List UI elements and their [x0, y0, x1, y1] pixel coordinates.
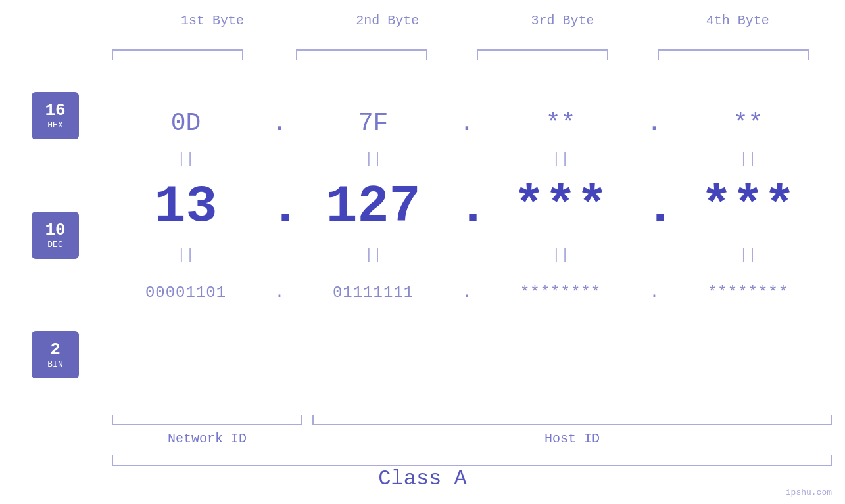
dec-val3: *** [477, 181, 644, 233]
hex-name: HEX [47, 120, 62, 130]
dec-val1: 13 [102, 181, 270, 233]
bracket-host-bottom [312, 415, 832, 425]
hex-num: 16 [45, 101, 65, 120]
hex-dot3: . [644, 109, 664, 137]
dec-badge: 10 DEC [32, 212, 79, 259]
bin-dot1: . [270, 284, 289, 302]
bracket-col2-top [296, 49, 427, 60]
eq1-cell1: || [102, 151, 270, 168]
byte4-header: 4th Byte [650, 13, 825, 28]
hex-val1: 0D [102, 109, 270, 137]
hex-badge: 16 HEX [32, 92, 79, 139]
bin-val3: ******** [477, 284, 644, 302]
dec-dot3: . [644, 177, 664, 237]
bin-row: 00001101 . 01111111 . ******** . *******… [102, 266, 832, 319]
eq1-cell4: || [664, 151, 832, 168]
bin-val4: ******** [664, 284, 832, 302]
class-label: Class A [0, 467, 845, 491]
byte-headers: 1st Byte 2nd Byte 3rd Byte 4th Byte [125, 13, 825, 28]
dec-dot2: . [457, 177, 477, 237]
main-container: 1st Byte 2nd Byte 3rd Byte 4th Byte 16 H… [0, 0, 845, 504]
bin-dot3: . [644, 284, 664, 302]
bracket-col4-top [658, 49, 809, 60]
byte1-header: 1st Byte [125, 13, 300, 28]
base-labels: 16 HEX 10 DEC 2 BIN [32, 92, 79, 378]
hex-val2: 7F [289, 109, 457, 137]
bin-badge: 2 BIN [32, 331, 79, 378]
dec-val2: 127 [289, 181, 457, 233]
dec-row: 13 . 127 . *** . *** [102, 171, 832, 243]
watermark: ipshu.com [786, 488, 832, 497]
eq-row-1: || || || || [102, 148, 832, 171]
bin-val1: 00001101 [102, 284, 270, 302]
byte3-header: 3rd Byte [475, 13, 650, 28]
eq2-cell4: || [664, 246, 832, 263]
hex-dot1: . [270, 109, 289, 137]
dec-val4: *** [664, 181, 832, 233]
hex-val3: ** [477, 109, 644, 137]
dec-dot1: . [270, 177, 289, 237]
host-id-label: Host ID [312, 431, 832, 446]
dec-num: 10 [45, 221, 65, 240]
bracket-full-bottom [112, 455, 832, 466]
bracket-network-bottom [112, 415, 302, 425]
bin-val2: 01111111 [289, 284, 457, 302]
dec-name: DEC [47, 240, 62, 250]
bin-name: BIN [47, 359, 62, 369]
values-grid: 0D . 7F . ** . ** || || || || 13 . 127 .… [102, 85, 832, 319]
bin-dot2: . [457, 284, 477, 302]
eq1-cell3: || [477, 151, 644, 168]
bin-num: 2 [50, 340, 60, 359]
eq-row-2: || || || || [102, 243, 832, 266]
hex-val4: ** [664, 109, 832, 137]
hex-dot2: . [457, 109, 477, 137]
eq1-cell2: || [289, 151, 457, 168]
eq2-cell1: || [102, 246, 270, 263]
network-id-label: Network ID [112, 431, 302, 446]
bracket-col3-top [477, 49, 608, 60]
bracket-col1-top [112, 49, 243, 60]
eq2-cell2: || [289, 246, 457, 263]
hex-row: 0D . 7F . ** . ** [102, 99, 832, 148]
eq2-cell3: || [477, 246, 644, 263]
byte2-header: 2nd Byte [300, 13, 475, 28]
